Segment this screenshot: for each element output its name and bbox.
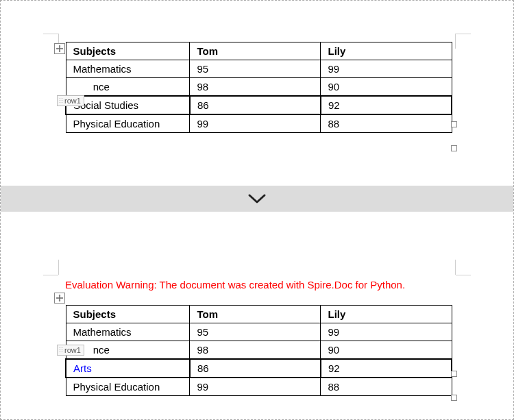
cell-lily[interactable]: 99 — [321, 323, 452, 341]
cell-lily[interactable]: 99 — [321, 60, 452, 78]
row-tag-text: row1 — [64, 345, 81, 355]
top-document-page: Subjects Tom Lily Mathematics 95 99 Scie… — [1, 1, 513, 186]
header-subjects: Subjects — [66, 42, 190, 60]
cell-subject[interactable]: Science — [66, 341, 190, 360]
drag-dots-icon — [59, 97, 63, 104]
row-tag-label[interactable]: row1 — [57, 345, 84, 356]
header-tom: Tom — [190, 42, 321, 60]
row-tag-text: row1 — [64, 96, 81, 106]
cell-tom[interactable]: 86 — [190, 359, 321, 378]
header-tom: Tom — [190, 306, 321, 323]
cell-lily[interactable]: 92 — [321, 359, 452, 378]
table-row[interactable]: Physical Education 99 88 — [66, 114, 452, 133]
cell-subject[interactable]: Social Studies — [66, 96, 190, 114]
cell-tom[interactable]: 98 — [190, 341, 321, 360]
header-lily: Lily — [321, 306, 452, 323]
cell-lily[interactable]: 90 — [321, 78, 452, 97]
bottom-document-page: Evaluation Warning: The document was cre… — [1, 212, 513, 417]
cell-lily[interactable]: 90 — [321, 341, 452, 360]
table-anchor-handle[interactable] — [54, 43, 65, 54]
table-row[interactable]: Physical Education 99 88 — [66, 378, 452, 396]
cell-subject[interactable]: Science — [66, 78, 190, 97]
cell-tom[interactable]: 95 — [190, 60, 321, 78]
cell-subject[interactable]: Mathematics — [66, 323, 190, 341]
table-header-row: Subjects Tom Lily — [66, 306, 452, 323]
table-anchor-handle[interactable] — [54, 293, 65, 304]
cell-tom[interactable]: 98 — [190, 78, 321, 97]
cell-lily[interactable]: 88 — [321, 378, 452, 396]
page-divider — [1, 186, 513, 212]
cell-lily[interactable]: 92 — [321, 96, 452, 114]
grades-table-top[interactable]: Subjects Tom Lily Mathematics 95 99 Scie… — [65, 42, 452, 133]
move-icon — [56, 45, 64, 53]
selection-handle[interactable] — [451, 145, 457, 151]
selection-handle[interactable] — [451, 395, 457, 401]
table-row[interactable]: Science 98 90 — [66, 78, 452, 97]
chevron-down-icon — [247, 192, 267, 206]
cell-subject[interactable]: Arts — [66, 359, 190, 378]
cell-lily[interactable]: 88 — [321, 114, 452, 133]
evaluation-warning: Evaluation Warning: The document was cre… — [65, 279, 405, 291]
table-row[interactable]: Mathematics 95 99 — [66, 60, 452, 78]
cell-tom[interactable]: 95 — [190, 323, 321, 341]
table-row-selected[interactable]: Social Studies 86 92 — [66, 96, 452, 114]
cell-tom[interactable]: 99 — [190, 378, 321, 396]
header-lily: Lily — [321, 42, 452, 60]
cell-tom[interactable]: 86 — [190, 96, 321, 114]
selection-handle[interactable] — [451, 121, 457, 127]
cell-subject-arts: Arts — [73, 362, 92, 374]
cell-subject[interactable]: Mathematics — [66, 60, 190, 78]
row-tag-label[interactable]: row1 — [57, 95, 84, 106]
table-row-selected[interactable]: Arts 86 92 — [66, 359, 452, 378]
cell-subject[interactable]: Physical Education — [66, 378, 190, 396]
move-icon — [56, 294, 64, 302]
table-header-row: Subjects Tom Lily — [66, 42, 452, 60]
table-row[interactable]: Mathematics 95 99 — [66, 323, 452, 341]
drag-dots-icon — [59, 347, 63, 354]
header-subjects: Subjects — [66, 306, 190, 323]
table-row[interactable]: Science 98 90 — [66, 341, 452, 360]
grades-table-bottom[interactable]: Subjects Tom Lily Mathematics 95 99 Scie… — [65, 305, 452, 396]
cell-subject-partial: nce — [93, 344, 110, 356]
cell-tom[interactable]: 99 — [190, 114, 321, 133]
cell-subject-partial: nce — [93, 81, 110, 92]
selection-handle[interactable] — [451, 371, 457, 377]
cell-subject[interactable]: Physical Education — [66, 114, 190, 133]
